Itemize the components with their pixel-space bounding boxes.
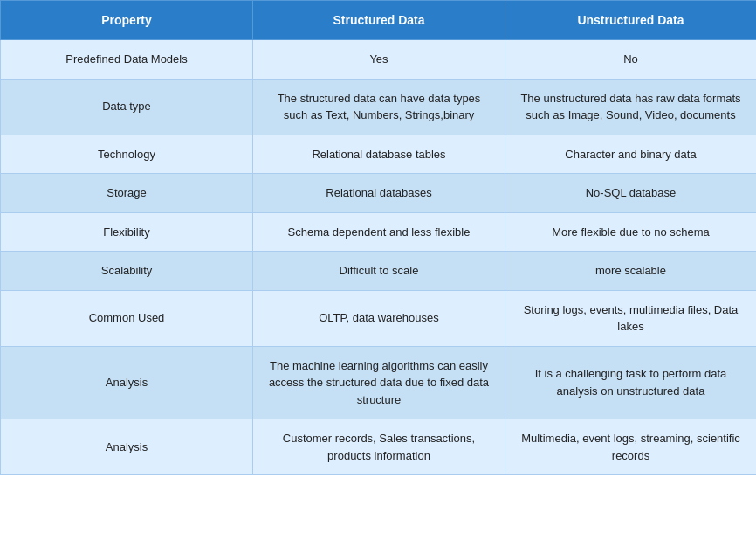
cell-unstructured: No-SQL database [505,174,757,213]
table-row: AnalysisCustomer records, Sales transact… [1,419,757,475]
cell-unstructured: It is a challenging task to perform data… [505,346,757,419]
cell-property: Flexibility [1,212,253,252]
cell-property: Predefined Data Models [1,40,253,80]
table-row: StorageRelational databasesNo-SQL databa… [1,174,757,213]
cell-property: Technology [1,135,253,174]
cell-structured: Yes [253,40,505,80]
cell-unstructured: Storing logs, events, multimedia files, … [505,290,757,346]
table-row: Data typeThe structured data can have da… [1,79,757,135]
cell-property: Common Used [1,290,253,346]
cell-structured: OLTP, data warehouses [253,290,505,346]
cell-structured: The structured data can have data types … [253,79,505,135]
cell-structured: Relational database tables [253,135,505,174]
table-row: ScalabilityDifficult to scalemore scalab… [1,252,757,291]
cell-unstructured: more scalable [505,252,757,291]
table-row: Predefined Data ModelsYesNo [1,40,757,80]
cell-unstructured: The unstructured data has raw data forma… [505,79,757,135]
cell-property: Data type [1,79,253,135]
header-property: Property [1,1,253,40]
table-row: Common UsedOLTP, data warehousesStoring … [1,290,757,346]
cell-unstructured: No [505,40,757,80]
cell-unstructured: More flexible due to no schema [505,212,757,252]
cell-property: Scalability [1,252,253,291]
table-row: FlexibilitySchema dependent and less fle… [1,212,757,252]
table-row: TechnologyRelational database tablesChar… [1,135,757,174]
header-structured: Structured Data [253,1,505,40]
cell-property: Storage [1,174,253,213]
comparison-table: Property Structured Data Unstructured Da… [0,0,756,475]
cell-structured: Difficult to scale [253,252,505,291]
header-unstructured: Unstructured Data [505,1,757,40]
cell-unstructured: Multimedia, event logs, streaming, scien… [505,419,757,475]
table-row: AnalysisThe machine learning algorithms … [1,346,757,419]
cell-property: Analysis [1,419,253,475]
cell-structured: Relational databases [253,174,505,213]
cell-unstructured: Character and binary data [505,135,757,174]
cell-structured: Customer records, Sales transactions, pr… [253,419,505,475]
cell-structured: The machine learning algorithms can easi… [253,346,505,419]
cell-structured: Schema dependent and less flexible [253,212,505,252]
cell-property: Analysis [1,346,253,419]
